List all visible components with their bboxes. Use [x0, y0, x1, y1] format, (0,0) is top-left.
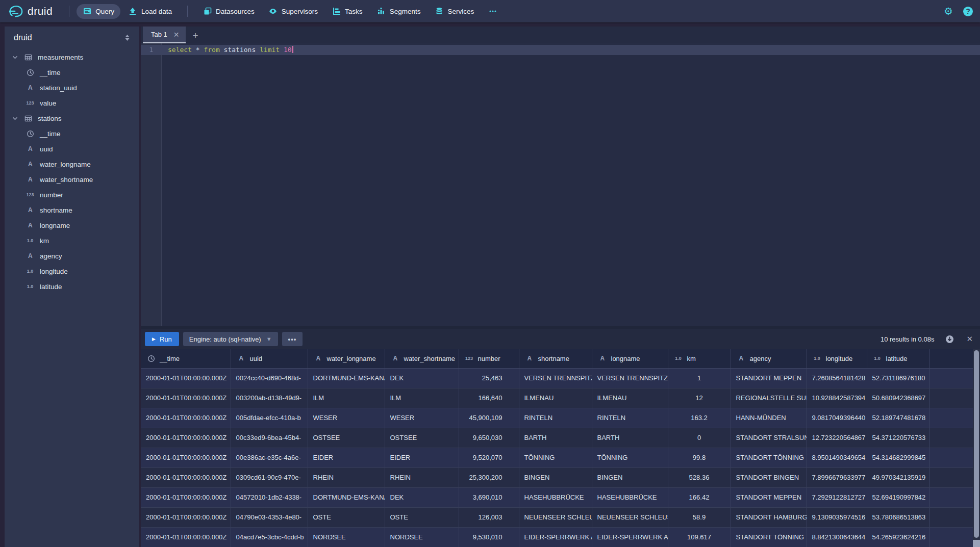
cell-__time[interactable]: 2000-01-01T00:00:00.000Z — [141, 527, 231, 547]
cell-water_shortname[interactable]: DEK — [385, 487, 459, 507]
close-results-icon[interactable]: ✕ — [966, 334, 973, 344]
cell-__time[interactable]: 2000-01-01T00:00:00.000Z — [141, 388, 231, 408]
column-header-longname[interactable]: Alongname — [592, 349, 668, 368]
cell-number[interactable]: 126,003 — [459, 507, 519, 527]
tree-column-number[interactable]: 123number — [5, 187, 139, 202]
cell-shortname[interactable]: EIDER-SPERRWERK AP — [519, 527, 592, 547]
cell-__time[interactable]: 2000-01-01T00:00:00.000Z — [141, 467, 231, 487]
cell-__time[interactable]: 2000-01-01T00:00:00.000Z — [141, 368, 231, 388]
nav-item-load-data[interactable]: Load data — [122, 4, 178, 19]
cell-longname[interactable]: HASEHUBBRÜCKE — [592, 487, 668, 507]
cell-longitude[interactable]: 7.2929122812727 — [807, 487, 867, 507]
column-header-__time[interactable]: __time — [141, 349, 231, 368]
cell-water_shortname[interactable]: RHEIN — [385, 467, 459, 487]
cell-water_longname[interactable]: OSTSEE — [308, 428, 385, 448]
cell-latitude[interactable]: 49.970342135919 — [867, 467, 929, 487]
cell-agency[interactable]: STANDORT HAMBURG — [731, 507, 807, 527]
cell-longitude[interactable]: 7.8996679633977 — [807, 467, 867, 487]
cell-agency[interactable]: STANDORT MEPPEN — [731, 487, 807, 507]
cell-km[interactable]: 1 — [668, 368, 731, 388]
cell-km[interactable]: 528.36 — [668, 467, 731, 487]
cell-number[interactable]: 25,300,200 — [459, 467, 519, 487]
cell-water_shortname[interactable]: OSTE — [385, 507, 459, 527]
nav-item-more[interactable] — [482, 4, 503, 19]
cell-longname[interactable]: TÖNNING — [592, 448, 668, 467]
cell-longitude[interactable]: 12.723220564867 — [807, 428, 867, 448]
cell-water_longname[interactable]: RHEIN — [308, 467, 385, 487]
nav-item-datasources[interactable]: Datasources — [197, 4, 261, 19]
cell-km[interactable]: 166.42 — [668, 487, 731, 507]
sql-editor[interactable]: 1 select * from stations limit 10 — [141, 43, 980, 326]
cell-number[interactable]: 9,650,030 — [459, 428, 519, 448]
nav-item-query[interactable]: Query — [77, 4, 120, 19]
cell-uuid[interactable]: 003200ab-d138-49d9- — [231, 388, 308, 408]
cell-__time[interactable]: 2000-01-01T00:00:00.000Z — [141, 448, 231, 467]
cell-water_longname[interactable]: DORTMUND-EMS-KANAL — [308, 487, 385, 507]
cell-water_longname[interactable]: DORTMUND-EMS-KANAL — [308, 368, 385, 388]
cell-longname[interactable]: NEUENSEER SCHLEUSE — [592, 507, 668, 527]
cell-latitude[interactable]: 53.780686513863 — [867, 507, 929, 527]
tree-column-water_longname[interactable]: Awater_longname — [5, 157, 139, 172]
tab-close-icon[interactable]: ✕ — [173, 31, 180, 39]
cell-longname[interactable]: ILMENAU — [592, 388, 668, 408]
column-header-number[interactable]: 123number — [459, 349, 519, 368]
column-header-agency[interactable]: Aagency — [731, 349, 807, 368]
tree-column-station_uuid[interactable]: Astation_uuid — [5, 80, 139, 95]
cell-__time[interactable]: 2000-01-01T00:00:00.000Z — [141, 507, 231, 527]
cell-longitude[interactable]: 9.0817049396440 — [807, 408, 867, 428]
cell-shortname[interactable]: TÖNNING — [519, 448, 592, 467]
tree-column-agency[interactable]: Aagency — [5, 248, 139, 264]
cell-number[interactable]: 166,640 — [459, 388, 519, 408]
cell-shortname[interactable]: VERSEN TRENNSPITZE — [519, 368, 592, 388]
column-header-latitude[interactable]: 1.0latitude — [867, 349, 929, 368]
cell-number[interactable]: 45,900,109 — [459, 408, 519, 428]
cell-shortname[interactable]: BARTH — [519, 428, 592, 448]
cell-longitude[interactable]: 7.2608564181428 — [807, 368, 867, 388]
cell-number[interactable]: 9,520,070 — [459, 448, 519, 467]
cell-latitude[interactable]: 54.314682999845 — [867, 448, 929, 467]
cell-km[interactable]: 163.2 — [668, 408, 731, 428]
cell-shortname[interactable]: RINTELN — [519, 408, 592, 428]
cell-__time[interactable]: 2000-01-01T00:00:00.000Z — [141, 408, 231, 428]
cell-km[interactable]: 0 — [668, 428, 731, 448]
cell-longname[interactable]: RINTELN — [592, 408, 668, 428]
cell-agency[interactable]: REGIONALSTELLE SUHL — [731, 388, 807, 408]
cell-water_shortname[interactable]: EIDER — [385, 448, 459, 467]
tree-column-uuid[interactable]: Auuid — [5, 141, 139, 157]
cell-uuid[interactable]: 04acd7e5-3cbc-4cdd-b — [231, 527, 308, 547]
cell-longitude[interactable]: 9.1309035974516 — [807, 507, 867, 527]
cell-longname[interactable]: EIDER-SPERRWERK AP — [592, 527, 668, 547]
engine-select[interactable]: Engine: auto (sql-native) ▼ — [183, 332, 278, 346]
column-header-water_shortname[interactable]: Awater_shortname — [385, 349, 459, 368]
column-header-km[interactable]: 1.0km — [668, 349, 731, 368]
cell-longitude[interactable]: 8.9501490349654 — [807, 448, 867, 467]
run-button[interactable]: ▶ Run — [145, 332, 179, 346]
add-tab-button[interactable]: + — [193, 30, 198, 43]
cell-agency[interactable]: STANDORT MEPPEN — [731, 368, 807, 388]
nav-item-supervisors[interactable]: Supervisors — [263, 4, 324, 19]
cell-shortname[interactable]: BINGEN — [519, 467, 592, 487]
tree-column-latitude[interactable]: 1.0latitude — [5, 279, 139, 294]
cell-uuid[interactable]: 005dfdae-efcc-410a-b — [231, 408, 308, 428]
cell-km[interactable]: 99.8 — [668, 448, 731, 467]
help-icon[interactable]: ? — [963, 7, 973, 16]
cell-latitude[interactable]: 50.680942368697 — [867, 388, 929, 408]
cell-water_longname[interactable]: EIDER — [308, 448, 385, 467]
cell-agency[interactable]: STANDORT TÖNNING — [731, 527, 807, 547]
tab-1[interactable]: Tab 1 ✕ — [143, 27, 186, 43]
cell-water_longname[interactable]: NORDSEE — [308, 527, 385, 547]
cell-agency[interactable]: HANN-MÜNDEN — [731, 408, 807, 428]
column-header-uuid[interactable]: Auuid — [231, 349, 308, 368]
cell-water_shortname[interactable]: ILM — [385, 388, 459, 408]
cell-__time[interactable]: 2000-01-01T00:00:00.000Z — [141, 428, 231, 448]
vertical-scrollbar[interactable] — [973, 349, 980, 547]
cell-uuid[interactable]: 00e386ac-e35c-4a6e- — [231, 448, 308, 467]
cell-number[interactable]: 9,530,010 — [459, 527, 519, 547]
cell-number[interactable]: 25,463 — [459, 368, 519, 388]
scrollbar-thumb[interactable] — [974, 350, 979, 538]
cell-water_longname[interactable]: OSTE — [308, 507, 385, 527]
cell-water_longname[interactable]: WESER — [308, 408, 385, 428]
tree-column-value[interactable]: 123value — [5, 95, 139, 111]
nav-item-services[interactable]: Services — [429, 4, 480, 19]
sort-columns-icon[interactable] — [124, 34, 131, 41]
